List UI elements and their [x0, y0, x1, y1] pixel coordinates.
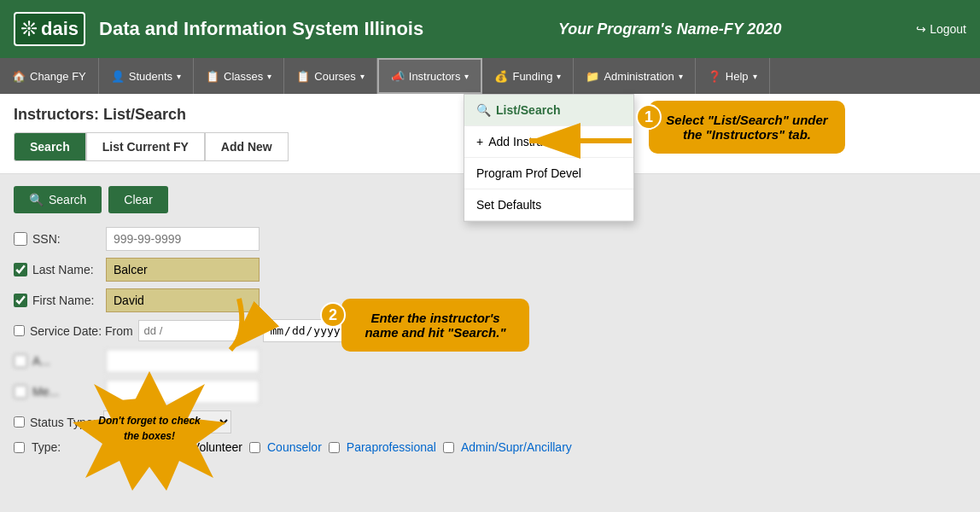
nav-administration[interactable]: 📁 Administration ▾	[574, 58, 695, 94]
callout-2-circle: 2	[320, 302, 346, 328]
nav-label: Students	[129, 70, 172, 83]
last-name-input[interactable]	[106, 258, 260, 282]
logo-box: ❊ dais	[14, 12, 85, 46]
nav-courses[interactable]: 📋 Courses ▾	[284, 58, 376, 94]
nav-label: Change FY	[30, 70, 86, 83]
search-label: Search	[49, 193, 86, 207]
active-row: A...	[14, 349, 966, 373]
callout-1-number: 1	[645, 108, 653, 126]
chevron-down-icon: ▾	[753, 72, 757, 81]
service-date-checkbox[interactable]	[14, 325, 25, 336]
method-checkbox[interactable]	[14, 385, 27, 399]
nav-students[interactable]: 👤 Students ▾	[99, 58, 194, 94]
logout-link[interactable]: ↪ Logout	[916, 22, 966, 36]
classes-icon: 📋	[206, 70, 219, 83]
last-name-row: Last Name:	[14, 258, 966, 282]
search-icon: 🔍	[476, 103, 491, 117]
ssn-input[interactable]	[106, 227, 260, 251]
callout-1-text: Select "List/Search" under the "Instruct…	[666, 113, 827, 142]
nav-label: Administration	[604, 70, 674, 83]
instructors-icon: 📣	[391, 70, 405, 83]
nav-label: Courses	[314, 70, 355, 83]
logout-label: Logout	[930, 22, 966, 36]
courses-icon: 📋	[296, 70, 310, 83]
program-name: Your Program's Name-FY 2020	[423, 20, 916, 38]
admin-label: Admin/Supr/Ancillary	[461, 440, 572, 454]
nav-funding[interactable]: 💰 Funding ▾	[482, 58, 574, 94]
header: ❊ dais Data and Information System Illin…	[0, 0, 980, 58]
active-label: A...	[32, 354, 101, 368]
dropdown-item-label: List/Search	[496, 103, 560, 117]
ssn-checkbox[interactable]	[14, 232, 27, 246]
callout-2-number: 2	[329, 306, 337, 324]
nav-instructors[interactable]: 📣 Instructors ▾	[377, 58, 483, 94]
counselor-label: Counselor	[267, 440, 322, 454]
administration-icon: 📁	[586, 70, 599, 83]
help-icon: ❓	[708, 70, 721, 83]
star-callout: Don't forget to check the boxes!	[47, 371, 252, 491]
logo-area: ❊ dais Data and Information System Illin…	[14, 12, 423, 46]
arrow-1	[495, 119, 640, 162]
nav-label: Classes	[224, 70, 263, 83]
chevron-down-icon: ▾	[464, 72, 469, 81]
nav-label: Funding	[512, 70, 552, 83]
type-checkbox[interactable]	[14, 442, 25, 453]
logo-snowflake-icon: ❊	[20, 17, 38, 41]
students-icon: 👤	[111, 70, 125, 83]
svg-text:Don't forget to check: Don't forget to check	[98, 415, 201, 427]
dropdown-item-label: Program Prof Devel	[476, 166, 581, 180]
app-title: Data and Information System Illinois	[99, 18, 423, 40]
add-new-button[interactable]: Add New	[205, 132, 289, 161]
svg-text:the boxes!: the boxes!	[124, 430, 175, 442]
service-date-label: Service Date: From	[30, 324, 133, 338]
dropdown-item-label: Set Defaults	[476, 198, 541, 212]
logout-icon: ↪	[916, 22, 926, 36]
chevron-down-icon: ▾	[177, 72, 181, 81]
search-icon: 🔍	[29, 193, 44, 207]
clear-button[interactable]: Clear	[108, 186, 167, 213]
dropdown-set-defaults[interactable]: Set Defaults	[464, 189, 633, 221]
callout-2-text: Enter the instructor's name and hit "Sea…	[365, 311, 505, 340]
paraprofessional-label: Paraprofessional	[347, 440, 436, 454]
chevron-down-icon: ▾	[267, 72, 271, 81]
first-name-checkbox[interactable]	[14, 294, 27, 307]
callout-1-bubble: Select "List/Search" under the "Instruct…	[649, 101, 845, 154]
chevron-down-icon: ▾	[557, 72, 561, 81]
nav-label: Instructors	[409, 70, 461, 83]
search-tab-button[interactable]: Search	[14, 132, 86, 161]
nav-help[interactable]: ❓ Help ▾	[696, 58, 770, 94]
admin-checkbox[interactable]	[443, 442, 454, 453]
nav-label: Help	[726, 70, 749, 83]
ssn-row: SSN:	[14, 227, 966, 251]
nav-change-fy[interactable]: 🏠 Change FY	[0, 58, 99, 94]
chevron-down-icon: ▾	[679, 72, 683, 81]
dropdown-program-prof-devel[interactable]: Program Prof Devel	[464, 158, 633, 189]
navbar: 🏠 Change FY 👤 Students ▾ 📋 Classes ▾ 📋 C…	[0, 58, 980, 94]
ssn-label: SSN:	[32, 232, 101, 246]
logo-text: dais	[41, 18, 79, 40]
last-name-label: Last Name:	[32, 263, 101, 276]
search-button[interactable]: 🔍 Search	[14, 186, 102, 213]
list-current-fy-button[interactable]: List Current FY	[86, 132, 205, 161]
status-type-checkbox[interactable]	[14, 416, 25, 428]
home-icon: 🏠	[12, 70, 26, 83]
paraprofessional-checkbox[interactable]	[329, 442, 340, 453]
callout-2-bubble: Enter the instructor's name and hit "Sea…	[341, 299, 529, 352]
nav-classes[interactable]: 📋 Classes ▾	[194, 58, 284, 94]
chevron-down-icon: ▾	[360, 72, 365, 81]
callout-1-circle: 1	[636, 104, 662, 130]
funding-icon: 💰	[494, 70, 508, 83]
first-name-label: First Name:	[32, 294, 101, 307]
active-checkbox[interactable]	[14, 354, 27, 368]
last-name-checkbox[interactable]	[14, 263, 27, 276]
add-icon: +	[476, 135, 483, 148]
